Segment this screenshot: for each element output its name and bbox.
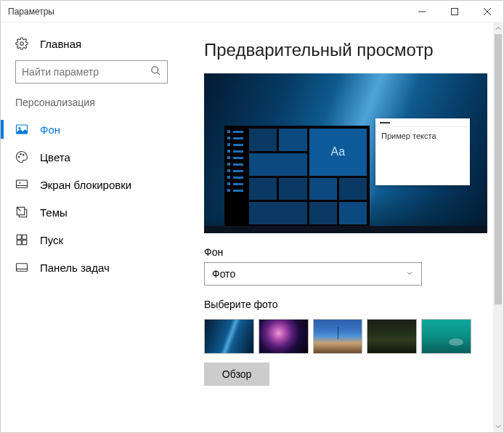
window-title: Параметры — [8, 7, 54, 17]
thumbnail-teal-water[interactable] — [421, 319, 471, 354]
close-icon — [484, 8, 491, 15]
lockscreen-icon — [15, 178, 28, 191]
svg-point-9 — [19, 156, 20, 158]
svg-point-11 — [23, 154, 25, 155]
app-body: Главная Персонализация Фон — [1, 23, 503, 432]
nav-themes[interactable]: Темы — [1, 198, 182, 226]
nav-label: Цвета — [40, 151, 70, 163]
preview-sample-text: Пример текста — [375, 127, 470, 145]
minimize-button[interactable] — [405, 1, 438, 22]
search-icon — [150, 65, 161, 78]
section-label: Персонализация — [1, 97, 182, 116]
scroll-up-button[interactable] — [493, 23, 503, 34]
svg-rect-20 — [17, 264, 28, 272]
palette-icon — [15, 150, 28, 163]
background-field-label: Фон — [204, 246, 471, 258]
svg-rect-17 — [23, 235, 27, 239]
start-icon — [15, 233, 28, 246]
themes-icon — [15, 206, 28, 219]
background-type-dropdown[interactable]: Фото — [204, 262, 422, 286]
search-box[interactable] — [15, 60, 168, 84]
main-content: Предварительный просмотр — [182, 23, 493, 432]
nav-label: Панель задач — [40, 262, 110, 274]
search-input[interactable] — [22, 66, 150, 78]
svg-point-4 — [20, 42, 24, 46]
svg-rect-16 — [17, 235, 21, 239]
scroll-down-button[interactable] — [493, 421, 503, 432]
browse-label: Обзор — [222, 368, 251, 380]
preview-heading: Предварительный просмотр — [204, 40, 471, 60]
home-nav[interactable]: Главная — [1, 33, 182, 60]
desktop-preview: Aa Пример текста — [204, 73, 487, 233]
thumbnail-nebula[interactable] — [259, 319, 309, 354]
nav-taskbar[interactable]: Панель задач — [1, 254, 182, 281]
scroll-thumb[interactable] — [495, 34, 502, 304]
preview-tile-aa: Aa — [309, 129, 367, 176]
thumbnail-beach-reflection[interactable] — [313, 319, 363, 354]
gear-icon — [15, 37, 28, 50]
svg-rect-18 — [17, 240, 21, 245]
svg-rect-13 — [19, 182, 20, 184]
svg-point-10 — [20, 154, 22, 155]
settings-window: Параметры Главная — [0, 0, 504, 433]
svg-rect-19 — [23, 240, 27, 245]
minimize-icon — [418, 8, 426, 15]
maximize-icon — [451, 8, 458, 15]
nav-label: Экран блокировки — [40, 179, 131, 191]
sidebar: Главная Персонализация Фон — [1, 23, 182, 432]
window-controls — [405, 1, 503, 22]
preview-sample-window: Пример текста — [375, 118, 470, 185]
picture-icon — [15, 123, 28, 136]
svg-point-8 — [19, 127, 21, 129]
thumbnail-dark-forest[interactable] — [367, 319, 417, 354]
home-label: Главная — [40, 38, 81, 50]
preview-taskbar — [204, 226, 487, 233]
nav-lockscreen[interactable]: Экран блокировки — [1, 171, 182, 198]
nav-start[interactable]: Пуск — [1, 226, 182, 254]
taskbar-icon — [15, 261, 28, 274]
svg-line-6 — [157, 72, 160, 75]
browse-button[interactable]: Обзор — [204, 363, 269, 386]
nav-colors[interactable]: Цвета — [1, 143, 182, 171]
svg-point-5 — [152, 67, 158, 73]
svg-rect-1 — [451, 8, 458, 15]
photo-thumbnails — [204, 319, 471, 354]
nav-list: Фон Цвета Экран блокировки — [1, 116, 182, 281]
preview-start-menu: Aa — [224, 126, 370, 227]
vertical-scrollbar[interactable] — [493, 23, 503, 432]
titlebar: Параметры — [1, 1, 503, 23]
dropdown-value: Фото — [212, 268, 235, 280]
chevron-down-icon — [405, 268, 414, 280]
maximize-button[interactable] — [438, 1, 471, 22]
scroll-track[interactable] — [493, 34, 503, 421]
nav-label: Темы — [40, 206, 68, 219]
nav-label: Пуск — [40, 234, 63, 246]
thumbnail-windows-default[interactable] — [204, 319, 254, 354]
svg-rect-12 — [17, 180, 28, 188]
active-indicator — [1, 120, 4, 139]
choose-photo-label: Выберите фото — [204, 299, 471, 310]
nav-background[interactable]: Фон — [1, 116, 182, 143]
close-button[interactable] — [471, 1, 503, 22]
nav-label: Фон — [40, 124, 60, 136]
